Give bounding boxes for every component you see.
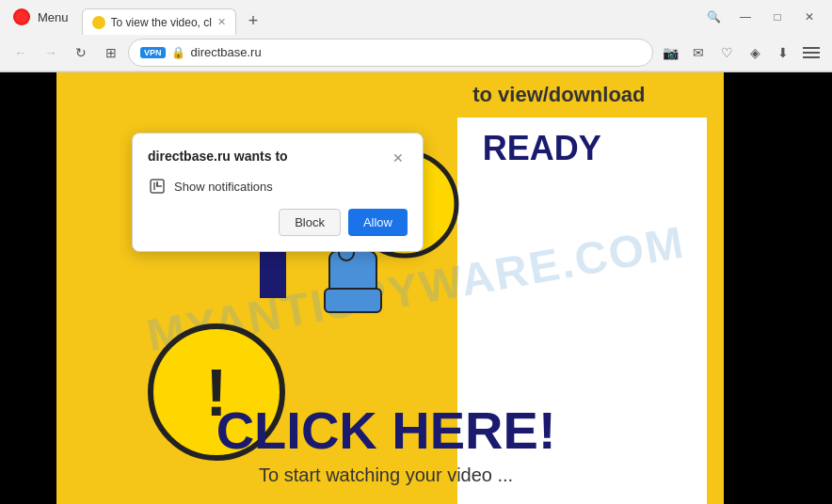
- vpn-badge: VPN: [140, 47, 166, 58]
- black-box-left: [0, 72, 56, 504]
- address-bar: ← → ↻ ⊞ VPN 🔒 directbase.ru 📷 ✉ ♡ ◈ ⬇: [0, 34, 832, 71]
- tab-close-button[interactable]: ✕: [217, 16, 226, 28]
- back-button[interactable]: ←: [8, 39, 34, 66]
- address-input[interactable]: VPN 🔒 directbase.ru: [128, 39, 653, 67]
- dialog-title: directbase.ru wants to: [148, 149, 288, 164]
- bookmarks-icon-btn[interactable]: ♡: [713, 39, 740, 66]
- wallet-icon-btn[interactable]: ◈: [742, 39, 768, 66]
- opera-icon: [13, 8, 30, 25]
- page-content: to view/download MYANTISPYWARE.COM ! ! C…: [0, 72, 832, 504]
- tab-title: To view the video, cl: [111, 16, 212, 29]
- notification-dialog: directbase.ru wants to ✕ Show notificati…: [132, 133, 424, 252]
- notification-icon: [148, 177, 167, 196]
- extensions-icon-btn[interactable]: ✉: [685, 39, 712, 66]
- search-icon-btn[interactable]: 🔍: [698, 2, 728, 32]
- refresh-button[interactable]: ↻: [68, 39, 94, 66]
- title-bar: Menu To view the video, cl ✕ + 🔍 — □ ✕: [0, 0, 832, 34]
- subtitle-text: To start watching your video ...: [56, 465, 715, 486]
- page-black-area: [724, 72, 832, 504]
- notification-text: Show notifications: [174, 180, 273, 194]
- allow-button[interactable]: Allow: [348, 209, 408, 236]
- dialog-buttons: Block Allow: [148, 209, 408, 236]
- opera-menu[interactable]: Menu: [8, 5, 74, 29]
- dialog-header: directbase.ru wants to ✕: [148, 149, 408, 167]
- window-controls: 🔍 — □ ✕: [698, 2, 824, 32]
- browser-chrome: Menu To view the video, cl ✕ + 🔍 — □ ✕ ←…: [0, 0, 832, 72]
- menu-label: Menu: [38, 10, 69, 24]
- forward-button[interactable]: →: [38, 39, 64, 66]
- svg-rect-5: [325, 289, 381, 312]
- address-text: directbase.ru: [191, 45, 641, 59]
- tab-favicon: [92, 16, 105, 29]
- page-header-bar: to view/download: [457, 72, 724, 118]
- download-icon-btn[interactable]: ⬇: [770, 39, 796, 66]
- active-tab[interactable]: To view the video, cl ✕: [82, 8, 236, 35]
- tabs-area: To view the video, cl ✕ +: [74, 0, 698, 34]
- main-text-area: CLICK HERE! To start watching your video…: [56, 390, 715, 486]
- tabs-overview-button[interactable]: ⊞: [98, 39, 124, 66]
- dialog-notification-row: Show notifications: [148, 177, 408, 196]
- camera-icon-btn[interactable]: 📷: [657, 39, 683, 66]
- main-menu-button[interactable]: [798, 40, 824, 65]
- minimize-button[interactable]: —: [730, 2, 760, 32]
- maximize-button[interactable]: □: [762, 2, 792, 32]
- menu-line-1: [803, 47, 820, 49]
- toolbar-icons: 📷 ✉ ♡ ◈ ⬇: [657, 39, 824, 66]
- click-here-text: CLICK HERE!: [56, 400, 715, 461]
- new-tab-button[interactable]: +: [240, 8, 266, 34]
- close-button[interactable]: ✕: [794, 2, 824, 32]
- page-header-text: to view/download: [472, 83, 645, 107]
- ready-text: READY: [483, 129, 601, 168]
- menu-line-2: [803, 52, 820, 54]
- menu-line-3: [803, 56, 820, 58]
- lock-icon: 🔒: [171, 46, 185, 59]
- dialog-close-button[interactable]: ✕: [389, 149, 408, 167]
- block-button[interactable]: Block: [279, 209, 341, 236]
